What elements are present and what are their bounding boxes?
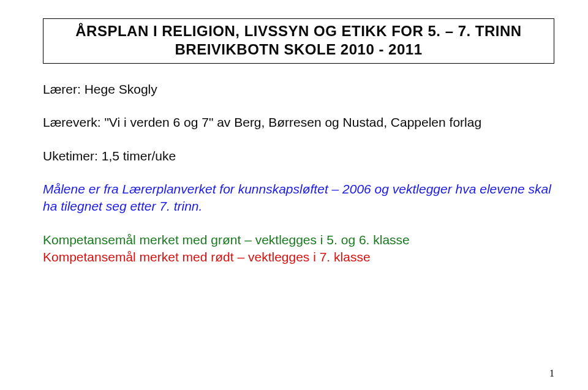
teacher-line: Lærer: Hege Skogly [43, 81, 554, 98]
hours-label: Uketimer: [43, 149, 98, 163]
goals-note: Målene er fra Lærerplanverket for kunnsk… [43, 181, 554, 216]
textbook-value: "Vi i verden 6 og 7" av Berg, Børresen o… [104, 115, 481, 129]
page-number: 1 [549, 368, 554, 379]
title-line2: BREIVIKBOTN SKOLE 2010 - 2011 [50, 41, 548, 58]
legend-block: Kompetansemål merket med grønt – vektleg… [43, 231, 554, 266]
title-line1: ÅRSPLAN I RELIGION, LIVSSYN OG ETIKK FOR… [50, 23, 548, 40]
textbook-label: Læreverk: [43, 115, 101, 129]
teacher-value: Hege Skogly [85, 82, 157, 96]
legend-green: Kompetansemål merket med grønt – vektleg… [43, 231, 554, 249]
hours-value: 1,5 timer/uke [102, 149, 176, 163]
hours-line: Uketimer: 1,5 timer/uke [43, 148, 554, 165]
legend-red: Kompetansemål merket med rødt – vektlegg… [43, 249, 554, 266]
textbook-line: Læreverk: "Vi i verden 6 og 7" av Berg, … [43, 114, 554, 131]
title-box: ÅRSPLAN I RELIGION, LIVSSYN OG ETIKK FOR… [43, 18, 554, 64]
teacher-label: Lærer: [43, 82, 81, 96]
